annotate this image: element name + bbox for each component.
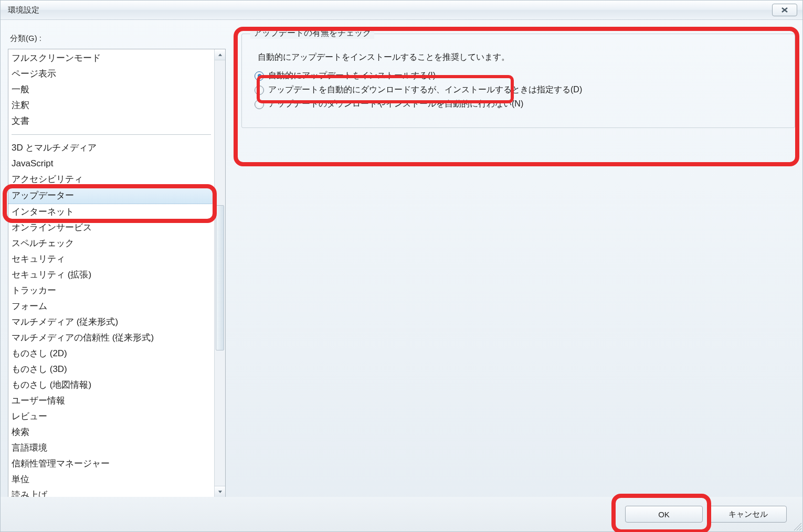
radio-label: アップデートを自動的にダウンロードするが、インストールするときは指定する(D) bbox=[268, 84, 582, 95]
list-item[interactable]: ものさし (3D) bbox=[8, 361, 214, 377]
update-option-row[interactable]: 自動的にアップデートをインストールする(I) bbox=[255, 70, 782, 81]
close-icon bbox=[781, 7, 788, 13]
list-item[interactable]: JavaScript bbox=[8, 156, 214, 172]
sidebar: 分類(G) : フルスクリーンモードページ表示一般注釈文書3D とマルチメディア… bbox=[8, 27, 226, 497]
radio-label: アップデートのダウンロードやインストールを自動的に行わない(N) bbox=[268, 99, 523, 110]
list-item[interactable]: アップデーター bbox=[8, 187, 214, 204]
list-item[interactable]: オンラインサービス bbox=[8, 220, 214, 236]
list-item[interactable]: 3D とマルチメディア bbox=[8, 140, 214, 156]
ok-button-label: OK bbox=[658, 510, 670, 519]
chevron-up-icon bbox=[218, 53, 223, 57]
list-item[interactable]: 文書 bbox=[8, 113, 214, 129]
scroll-down-button[interactable] bbox=[215, 486, 225, 497]
scroll-up-button[interactable] bbox=[215, 49, 225, 60]
update-check-group: アップデートの有無をチェック 自動的にアップデートをインストールすることを推奨し… bbox=[241, 34, 795, 128]
list-item[interactable]: マルチメディア (従来形式) bbox=[8, 314, 214, 330]
list-item[interactable]: ものさし (2D) bbox=[8, 346, 214, 361]
list-item[interactable]: 検索 bbox=[8, 424, 214, 440]
dialog-body: 分類(G) : フルスクリーンモードページ表示一般注釈文書3D とマルチメディア… bbox=[1, 20, 802, 497]
list-item[interactable]: 一般 bbox=[8, 82, 214, 98]
preferences-window: 環境設定 分類(G) : フルスクリーンモードページ表示一般注釈文書3D とマル… bbox=[0, 0, 803, 532]
list-item[interactable]: ものさし (地図情報) bbox=[8, 377, 214, 393]
listbox-scrollbar[interactable] bbox=[214, 49, 225, 497]
list-item[interactable]: スペルチェック bbox=[8, 236, 214, 251]
list-item[interactable]: インターネット bbox=[8, 204, 214, 220]
list-item[interactable]: 注釈 bbox=[8, 98, 214, 113]
list-item[interactable]: マルチメディアの信頼性 (従来形式) bbox=[8, 330, 214, 346]
list-item[interactable]: セキュリティ bbox=[8, 251, 214, 267]
window-title: 環境設定 bbox=[8, 5, 39, 15]
group-description: 自動的にアップデートをインストールすることを推奨しています。 bbox=[258, 52, 782, 63]
category-label: 分類(G) : bbox=[10, 34, 226, 44]
radio-button[interactable] bbox=[255, 100, 264, 109]
radio-button[interactable] bbox=[255, 86, 264, 95]
list-item[interactable]: セキュリティ (拡張) bbox=[8, 267, 214, 283]
radio-label: 自動的にアップデートをインストールする(I) bbox=[268, 70, 436, 81]
scrollbar-track[interactable] bbox=[215, 60, 225, 486]
radio-button[interactable] bbox=[255, 71, 264, 81]
chevron-down-icon bbox=[218, 490, 223, 494]
list-item[interactable]: レビュー bbox=[8, 409, 214, 424]
dialog-footer: OK キャンセル bbox=[1, 497, 802, 531]
list-item[interactable]: アクセシビリティ bbox=[8, 172, 214, 187]
list-item[interactable]: 読み上げ bbox=[8, 487, 214, 497]
list-item[interactable]: フルスクリーンモード bbox=[8, 50, 214, 66]
list-item[interactable]: 信頼性管理マネージャー bbox=[8, 456, 214, 472]
cancel-button[interactable]: キャンセル bbox=[709, 506, 787, 523]
resize-grip[interactable] bbox=[792, 521, 801, 530]
group-legend: アップデートの有無をチェック bbox=[250, 28, 374, 39]
ok-button[interactable]: OK bbox=[625, 506, 703, 523]
update-option-row[interactable]: アップデートのダウンロードやインストールを自動的に行わない(N) bbox=[255, 99, 782, 110]
list-item[interactable]: ページ表示 bbox=[8, 66, 214, 82]
list-separator bbox=[12, 134, 211, 135]
scrollbar-thumb[interactable] bbox=[216, 205, 224, 351]
list-item[interactable]: 言語環境 bbox=[8, 440, 214, 456]
category-listbox[interactable]: フルスクリーンモードページ表示一般注釈文書3D とマルチメディアJavaScri… bbox=[8, 49, 214, 497]
update-option-row[interactable]: アップデートを自動的にダウンロードするが、インストールするときは指定する(D) bbox=[255, 84, 782, 95]
list-item[interactable]: フォーム bbox=[8, 299, 214, 314]
list-item[interactable]: 単位 bbox=[8, 472, 214, 487]
close-button[interactable] bbox=[772, 4, 797, 16]
list-item[interactable]: ユーザー情報 bbox=[8, 393, 214, 409]
category-list-wrap: フルスクリーンモードページ表示一般注釈文書3D とマルチメディアJavaScri… bbox=[8, 49, 226, 497]
titlebar: 環境設定 bbox=[1, 1, 802, 20]
settings-panel: アップデートの有無をチェック 自動的にアップデートをインストールすることを推奨し… bbox=[226, 27, 795, 497]
cancel-button-label: キャンセル bbox=[728, 509, 768, 519]
list-item[interactable]: トラッカー bbox=[8, 283, 214, 299]
